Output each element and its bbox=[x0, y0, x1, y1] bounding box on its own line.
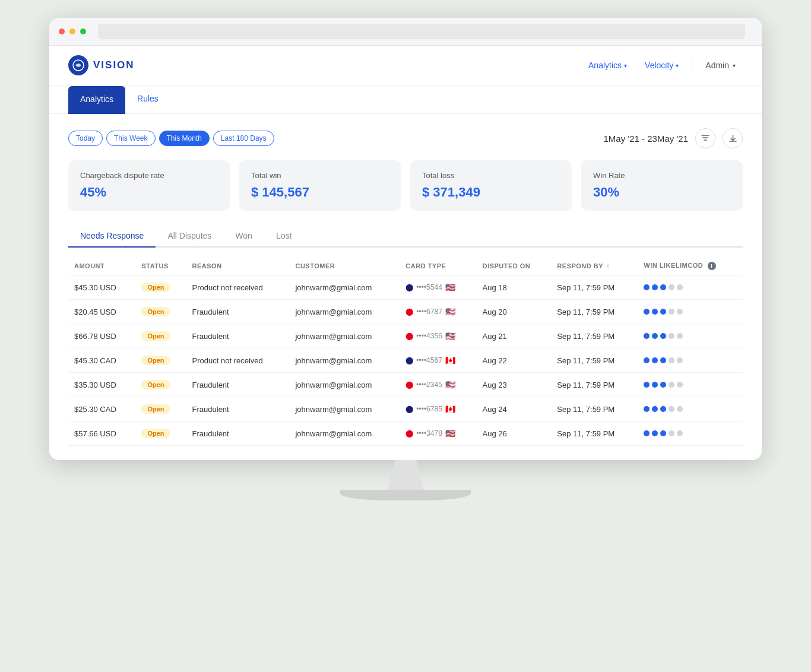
status-badge: Open bbox=[141, 429, 170, 438]
stat-label: Win Rate bbox=[593, 171, 731, 180]
cell-card-type: ⬤ ••••2345 🇺🇸 bbox=[400, 373, 476, 397]
logo-icon bbox=[68, 55, 88, 75]
download-icon-btn[interactable] bbox=[723, 128, 743, 148]
card-last4: ••••4567 bbox=[416, 356, 442, 364]
visa-icon: ⬤ bbox=[406, 356, 413, 364]
date-range-area: 1May '21 - 23May '21 bbox=[604, 128, 743, 148]
logo-area: VISION bbox=[68, 55, 581, 75]
dot-filled bbox=[644, 309, 650, 315]
dot-filled bbox=[660, 309, 666, 315]
date-180-btn[interactable]: Last 180 Days bbox=[213, 131, 274, 146]
dot-empty bbox=[669, 406, 674, 412]
table-row[interactable]: $45.30 CADOpenProduct not receivedjohnwa… bbox=[68, 348, 743, 373]
table-row[interactable]: $20.45 USDOpenFraudulentjohnwarm@gmial.c… bbox=[68, 300, 743, 324]
date-week-btn[interactable]: This Week bbox=[106, 131, 155, 146]
dot-filled bbox=[660, 430, 666, 436]
mastercard-icon: ⬤ bbox=[406, 332, 413, 340]
dispute-tab-needs-response[interactable]: Needs Response bbox=[68, 225, 156, 248]
cell-reason: Fraudulent bbox=[186, 324, 290, 348]
table-row[interactable]: $57.66 USDOpenFraudulentjohnwarm@gmial.c… bbox=[68, 421, 743, 446]
date-month-btn[interactable]: This Month bbox=[159, 131, 210, 146]
mastercard-icon: ⬤ bbox=[406, 308, 413, 316]
stat-value: 30% bbox=[593, 185, 731, 200]
cell-respond-by: Sep 11, 7:59 PM bbox=[551, 373, 638, 397]
monitor-wrapper: VISION Analytics ▾ Velocity ▾ Admin ▾ bbox=[49, 18, 762, 500]
status-badge: Open bbox=[141, 283, 170, 292]
dot-filled bbox=[652, 430, 658, 436]
cell-reason: Product not received bbox=[186, 348, 290, 373]
cell-amount: $45.30 CAD bbox=[68, 348, 135, 373]
date-today-btn[interactable]: Today bbox=[68, 131, 103, 146]
admin-caret-icon: ▾ bbox=[733, 62, 736, 69]
app-content: VISION Analytics ▾ Velocity ▾ Admin ▾ bbox=[49, 46, 762, 460]
dot-filled bbox=[644, 430, 650, 436]
stat-label: Total loss bbox=[422, 171, 560, 180]
stand-neck bbox=[388, 460, 423, 490]
stand-base bbox=[340, 490, 471, 500]
status-badge: Open bbox=[141, 356, 170, 365]
nav-admin[interactable]: Admin ▾ bbox=[698, 57, 743, 74]
dot-empty bbox=[669, 382, 674, 388]
browser-minimize-dot[interactable] bbox=[69, 28, 75, 34]
cell-disputed-on: Aug 26 bbox=[477, 421, 552, 446]
col-header-win-likelimcod: WIN LIKELIMCOD i bbox=[638, 257, 743, 275]
cell-amount: $57.66 USD bbox=[68, 421, 135, 446]
table-row[interactable]: $35.30 USDOpenFraudulentjohnwarm@gmial.c… bbox=[68, 373, 743, 397]
main-content: Today This Week This Month Last 180 Days… bbox=[49, 114, 762, 460]
nav-links: Analytics ▾ Velocity ▾ Admin ▾ bbox=[581, 57, 743, 74]
cell-disputed-on: Aug 20 bbox=[477, 300, 552, 324]
browser-window: VISION Analytics ▾ Velocity ▾ Admin ▾ bbox=[49, 18, 762, 460]
nav-divider bbox=[692, 59, 692, 71]
table-row[interactable]: $25.30 CADOpenFraudulentjohnwarm@gmial.c… bbox=[68, 397, 743, 421]
browser-close-dot[interactable] bbox=[59, 28, 65, 34]
browser-bar bbox=[49, 18, 762, 46]
visa-icon: ⬤ bbox=[406, 405, 413, 413]
cell-card-type: ⬤ ••••5544 🇺🇸 bbox=[400, 275, 476, 300]
tab-analytics[interactable]: Analytics bbox=[68, 86, 125, 114]
nav-analytics[interactable]: Analytics ▾ bbox=[581, 57, 634, 74]
cell-amount: $25.30 CAD bbox=[68, 397, 135, 421]
table-row[interactable]: $45.30 USDOpenProduct not receivedjohnwa… bbox=[68, 275, 743, 300]
cell-card-type: ⬤ ••••6785 🇨🇦 bbox=[400, 397, 476, 421]
cell-win-likelihood bbox=[638, 275, 743, 300]
col-header-disputed-on: DISPUTED ON bbox=[477, 257, 552, 275]
cell-respond-by: Sep 11, 7:59 PM bbox=[551, 275, 638, 300]
cell-respond-by: Sep 11, 7:59 PM bbox=[551, 421, 638, 446]
tab-rules[interactable]: Rules bbox=[125, 85, 170, 113]
browser-address-bar[interactable] bbox=[98, 24, 745, 39]
card-last4: ••••6787 bbox=[416, 308, 442, 316]
dot-empty bbox=[677, 333, 683, 339]
cell-reason: Fraudulent bbox=[186, 421, 290, 446]
cell-card-type: ⬤ ••••3478 🇺🇸 bbox=[400, 421, 476, 446]
browser-expand-dot[interactable] bbox=[80, 28, 86, 34]
dispute-tab-all-disputes[interactable]: All Disputes bbox=[156, 225, 223, 248]
card-last4: ••••5544 bbox=[416, 283, 442, 291]
dot-filled bbox=[660, 333, 666, 339]
cell-win-likelihood bbox=[638, 373, 743, 397]
dot-filled bbox=[644, 382, 650, 388]
nav-velocity[interactable]: Velocity ▾ bbox=[638, 57, 686, 74]
dot-empty bbox=[669, 284, 674, 290]
cell-win-likelihood bbox=[638, 348, 743, 373]
col-header-respond-by[interactable]: RESPOND BY ↑ bbox=[551, 257, 638, 275]
table-row[interactable]: $66.78 USDOpenFraudulentjohnwarm@gmial.c… bbox=[68, 324, 743, 348]
cell-status: Open bbox=[135, 421, 186, 446]
dispute-tab-won[interactable]: Won bbox=[223, 225, 264, 248]
cell-customer: johnwarm@gmial.com bbox=[289, 397, 400, 421]
sort-icon: ↑ bbox=[606, 263, 610, 270]
dispute-tab-lost[interactable]: Lost bbox=[264, 225, 303, 248]
stat-value: $ 145,567 bbox=[251, 185, 389, 200]
filter-icon-btn[interactable] bbox=[695, 128, 715, 148]
country-flag: 🇨🇦 bbox=[445, 404, 455, 414]
tab-bar: Analytics Rules bbox=[49, 85, 762, 114]
cell-status: Open bbox=[135, 324, 186, 348]
cell-disputed-on: Aug 21 bbox=[477, 324, 552, 348]
cell-respond-by: Sep 11, 7:59 PM bbox=[551, 397, 638, 421]
cell-disputed-on: Aug 24 bbox=[477, 397, 552, 421]
status-badge: Open bbox=[141, 404, 170, 414]
logo-text: VISION bbox=[93, 59, 135, 71]
date-range-text: 1May '21 - 23May '21 bbox=[604, 134, 688, 144]
country-flag: 🇺🇸 bbox=[445, 429, 455, 438]
cell-respond-by: Sep 11, 7:59 PM bbox=[551, 300, 638, 324]
cell-win-likelihood bbox=[638, 397, 743, 421]
